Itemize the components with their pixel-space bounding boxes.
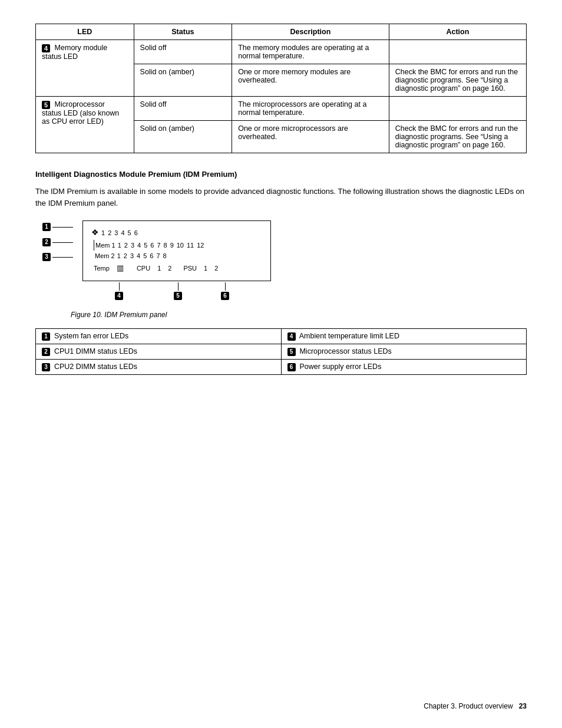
idm-row-fan: ❖ 123456 — [91, 226, 262, 240]
page-footer: Chapter 3. Product overview 23 — [424, 702, 527, 710]
badge-3: 3 — [42, 253, 51, 261]
idm-row-mem1: Mem 1 123456789101112 — [94, 240, 262, 251]
led-ref-row-2: 2 CPU1 DIMM status LEDs 5 Microprocessor… — [36, 344, 527, 360]
callout-1: 1 — [42, 223, 72, 231]
callout-5-bottom: 5 — [174, 282, 182, 300]
status-cell: Solid off — [134, 40, 232, 64]
led-cell-cpu: 5 Microprocessorstatus LED (also knownas… — [36, 97, 134, 153]
badge-2: 2 — [42, 238, 51, 246]
table-row: 4 Memory modulestatus LED Solid off The … — [36, 40, 527, 64]
psu-label: PSU — [183, 263, 197, 274]
callout-4-bottom: 4 — [115, 282, 123, 300]
action-cell: Check the BMC for errors and run the dia… — [389, 121, 526, 153]
led-ref-left-2: 2 CPU1 DIMM status LEDs — [36, 344, 282, 360]
idm-panel-box: ❖ 123456 Mem 1 123456789101112 Mem 2 123… — [82, 220, 271, 281]
badge-1: 1 — [42, 223, 51, 231]
temp-symbol: ▥ — [117, 262, 124, 275]
led-ref-right-1: 4 Ambient temperature limit LED — [281, 329, 527, 344]
idm-row-temp-cpu-psu: Temp ▥ CPU 12 PSU 12 — [94, 262, 262, 275]
temp-label: Temp — [94, 263, 110, 274]
section-para: The IDM Premium is available in some mod… — [35, 186, 527, 209]
fan-nums: 123456 — [101, 228, 138, 239]
led-badge-5: 5 — [42, 101, 50, 109]
figure-caption: Figure 10. IDM Premium panel — [71, 311, 527, 319]
col-header-description: Description — [232, 24, 389, 40]
mem2-label: Mem 2 — [94, 251, 115, 262]
col-header-status: Status — [134, 24, 232, 40]
mem1-label: Mem 1 — [94, 240, 115, 251]
callout-6-bottom: 6 — [221, 282, 229, 300]
footer-chapter: Chapter 3. Product overview — [424, 702, 513, 710]
ref-badge-2: 2 — [42, 348, 50, 356]
callout-3: 3 — [42, 253, 73, 261]
description-cell: The microprocessors are operating at a n… — [232, 97, 389, 121]
section-heading: Intelligent Diagnostics Module Premium (… — [35, 170, 527, 179]
cpu-label: CPU — [137, 263, 150, 274]
led-status-table: LED Status Description Action 4 Memory m… — [35, 24, 527, 153]
badge-6: 6 — [221, 292, 229, 300]
action-cell — [389, 40, 526, 64]
led-ref-right-2: 5 Microprocessor status LEDs — [281, 344, 527, 360]
ref-badge-6: 6 — [287, 363, 296, 371]
led-reference-table: 1 System fan error LEDs 4 Ambient temper… — [35, 328, 527, 375]
idm-diagram: 1 2 3 ❖ 123456 Mem 1 123456789101112 Mem… — [82, 220, 271, 281]
description-cell: One or more memory modules are overheate… — [232, 64, 389, 97]
led-ref-row-3: 3 CPU2 DIMM status LEDs 6 Power supply e… — [36, 360, 527, 375]
led-cell-memory: 4 Memory modulestatus LED — [36, 40, 134, 97]
action-cell: Check the BMC for errors and run the dia… — [389, 64, 526, 97]
ref-badge-4: 4 — [287, 332, 296, 341]
footer-page: 23 — [519, 702, 527, 710]
led-ref-left-3: 3 CPU2 DIMM status LEDs — [36, 360, 282, 375]
description-cell: One or more microprocessors are overheat… — [232, 121, 389, 153]
idm-row-mem2: Mem 2 12345678 — [94, 251, 262, 262]
status-cell: Solid off — [134, 97, 232, 121]
col-header-led: LED — [36, 24, 134, 40]
action-cell — [389, 97, 526, 121]
callout-2: 2 — [42, 238, 73, 246]
badge-4: 4 — [115, 292, 123, 300]
mem2-nums: 12345678 — [117, 251, 167, 262]
description-cell: The memory modules are operating at a no… — [232, 40, 389, 64]
mem1-nums: 123456789101112 — [118, 240, 204, 251]
status-cell: Solid on (amber) — [134, 121, 232, 153]
col-header-action: Action — [389, 24, 526, 40]
status-cell: Solid on (amber) — [134, 64, 232, 97]
table-row: 5 Microprocessorstatus LED (also knownas… — [36, 97, 527, 121]
ref-badge-3: 3 — [42, 363, 50, 371]
ref-badge-5: 5 — [287, 348, 296, 356]
fan-icon: ❖ — [91, 226, 99, 240]
ref-badge-1: 1 — [42, 332, 50, 341]
led-ref-row-1: 1 System fan error LEDs 4 Ambient temper… — [36, 329, 527, 344]
badge-5: 5 — [174, 292, 182, 300]
led-ref-left-1: 1 System fan error LEDs — [36, 329, 282, 344]
led-badge-4: 4 — [42, 44, 50, 52]
led-ref-right-3: 6 Power supply error LEDs — [281, 360, 527, 375]
